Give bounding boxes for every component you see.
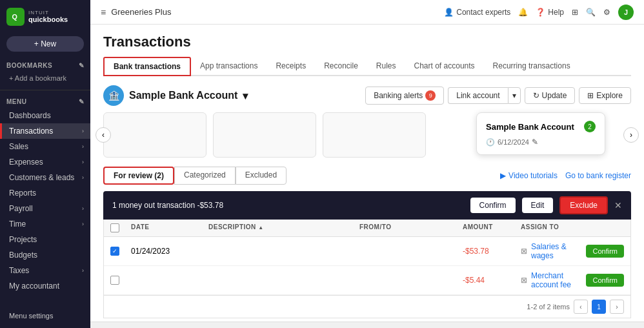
chevron-right-icon: › bbox=[82, 128, 84, 134]
select-all-checkbox[interactable] bbox=[110, 223, 119, 232]
search-icon[interactable]: 🔍 bbox=[586, 8, 596, 17]
action-bar-text: 1 money out transaction -$53.78 bbox=[112, 201, 464, 210]
banking-alerts-button[interactable]: Banking alerts 9 bbox=[365, 87, 444, 105]
sidebar-item-dashboards[interactable]: Dashboards bbox=[0, 108, 90, 123]
settings-icon[interactable]: ⚙ bbox=[603, 8, 610, 17]
sub-tab-categorized[interactable]: Categorized bbox=[174, 167, 236, 185]
apps-icon[interactable]: ⊞ bbox=[572, 8, 578, 17]
chevron-right-icon: › bbox=[82, 267, 84, 274]
exclude-button[interactable]: Exclude bbox=[559, 196, 608, 214]
table-row: -$5.44 ⊠ Merchant account fee Confirm bbox=[104, 266, 630, 295]
sidebar-item-reports[interactable]: Reports bbox=[0, 185, 90, 201]
confirm-button[interactable]: Confirm bbox=[470, 198, 516, 213]
row-2-checkbox[interactable] bbox=[110, 276, 119, 285]
video-tutorials-link[interactable]: ▶ Video tutorials bbox=[500, 171, 558, 180]
tab-receipts[interactable]: Receipts bbox=[267, 57, 315, 76]
bookmarks-header[interactable]: BOOKMARKS ✎ bbox=[0, 59, 90, 72]
logo-text: intuit quickbooks bbox=[28, 10, 68, 25]
new-button[interactable]: + New bbox=[6, 36, 84, 52]
sidebar-item-taxes[interactable]: Taxes › bbox=[0, 263, 90, 278]
user-avatar[interactable]: J bbox=[618, 5, 634, 20]
card-2[interactable] bbox=[213, 112, 316, 158]
tab-bank-transactions[interactable]: Bank transactions bbox=[103, 57, 191, 76]
card-1[interactable] bbox=[103, 112, 206, 158]
chevron-right-icon: › bbox=[82, 205, 84, 212]
edit-pencil-icon[interactable]: ✎ bbox=[532, 138, 538, 147]
sidebar-item-my-accountant[interactable]: My accountant bbox=[0, 278, 90, 294]
menu-section: MENU ✎ Dashboards Transactions › Sales ›… bbox=[0, 93, 90, 296]
svg-text:Q: Q bbox=[12, 13, 17, 21]
cards-next-arrow[interactable]: › bbox=[623, 127, 639, 143]
bank-popup-date: 🕐 6/12/2024 ✎ bbox=[486, 138, 596, 147]
sidebar: Q intuit quickbooks + New BOOKMARKS ✎ + … bbox=[0, 0, 90, 328]
card-3[interactable] bbox=[323, 112, 426, 158]
chevron-right-icon: › bbox=[82, 221, 84, 227]
bank-account-icon: 🏦 bbox=[103, 85, 124, 106]
pagination-prev-button[interactable]: ‹ bbox=[574, 300, 588, 314]
sidebar-item-budgets[interactable]: Budgets bbox=[0, 247, 90, 263]
explore-button[interactable]: ⊞ Explore bbox=[579, 87, 631, 104]
pagination-page-1-button[interactable]: 1 bbox=[592, 300, 606, 314]
edit-menu-icon[interactable]: ✎ bbox=[79, 98, 85, 105]
sidebar-item-sales[interactable]: Sales › bbox=[0, 139, 90, 154]
pagination-next-button[interactable]: › bbox=[610, 300, 624, 314]
row-1-assign-link[interactable]: Salaries & wages bbox=[531, 242, 582, 260]
sidebar-divider bbox=[0, 90, 90, 90]
assign-to-header: ASSIGN TO bbox=[521, 223, 624, 232]
notifications-icon[interactable]: 🔔 bbox=[518, 8, 528, 17]
sidebar-item-customers-leads[interactable]: Customers & leads › bbox=[0, 170, 90, 185]
bank-account-selector[interactable]: 🏦 Sample Bank Account ▾ bbox=[103, 85, 248, 106]
table-row: 01/24/2023 -$53.78 ⊠ Salaries & wages Co… bbox=[104, 237, 630, 266]
edit-button[interactable]: Edit bbox=[522, 198, 554, 213]
row-1-confirm-button[interactable]: Confirm bbox=[586, 245, 624, 258]
edit-bookmarks-icon[interactable]: ✎ bbox=[79, 62, 85, 69]
tab-recurring-transactions[interactable]: Recurring transactions bbox=[484, 57, 579, 76]
chevron-right-icon: › bbox=[82, 174, 84, 181]
description-header[interactable]: DESCRIPTION ▲ bbox=[208, 223, 359, 232]
chevron-right-icon: › bbox=[82, 159, 84, 165]
sub-tab-for-review[interactable]: For review (2) bbox=[103, 167, 174, 185]
row-2-assign-link[interactable]: Merchant account fee bbox=[531, 271, 582, 289]
explore-icon: ⊞ bbox=[587, 91, 594, 100]
tab-chart-of-accounts[interactable]: Chart of accounts bbox=[405, 57, 484, 76]
topbar: ≡ Greeneries Plus 👤 Contact experts 🔔 ❓ … bbox=[90, 0, 644, 25]
menu-header[interactable]: MENU ✎ bbox=[0, 96, 90, 108]
sidebar-item-menu-settings[interactable]: Menu settings bbox=[0, 309, 90, 323]
cards-prev-arrow[interactable]: ‹ bbox=[96, 127, 111, 143]
go-to-bank-register-link[interactable]: Go to bank register bbox=[565, 171, 631, 180]
close-action-bar-icon[interactable]: ✕ bbox=[614, 200, 622, 210]
bank-header: 🏦 Sample Bank Account ▾ Banking alerts 9… bbox=[103, 85, 631, 106]
tab-rules[interactable]: Rules bbox=[367, 57, 405, 76]
row-1-date: 01/24/2023 bbox=[131, 247, 208, 256]
row-1-checkbox[interactable] bbox=[110, 247, 119, 256]
date-header: DATE bbox=[131, 223, 208, 232]
sidebar-item-payroll[interactable]: Payroll › bbox=[0, 201, 90, 216]
sidebar-item-transactions[interactable]: Transactions › bbox=[0, 123, 90, 139]
sidebar-item-time[interactable]: Time › bbox=[0, 216, 90, 232]
sub-tab-excluded[interactable]: Excluded bbox=[236, 167, 287, 185]
tab-app-transactions[interactable]: App transactions bbox=[191, 57, 267, 76]
main-content: ≡ Greeneries Plus 👤 Contact experts 🔔 ❓ … bbox=[90, 0, 644, 328]
bank-actions: Banking alerts 9 Link account ▾ ↻ Update… bbox=[365, 87, 631, 105]
add-bookmark[interactable]: + Add a bookmark bbox=[0, 72, 90, 85]
sidebar-item-projects[interactable]: Projects bbox=[0, 232, 90, 247]
link-account-button[interactable]: Link account bbox=[448, 87, 507, 104]
horizontal-scrollbar[interactable] bbox=[90, 322, 644, 328]
contact-experts-button[interactable]: 👤 Contact experts bbox=[444, 8, 510, 17]
sub-tabs-left: For review (2) Categorized Excluded bbox=[103, 167, 287, 185]
row-2-confirm-button[interactable]: Confirm bbox=[586, 274, 624, 287]
tab-reconcile[interactable]: Reconcile bbox=[315, 57, 367, 76]
sidebar-item-expenses[interactable]: Expenses › bbox=[0, 154, 90, 170]
hamburger-menu-icon[interactable]: ≡ bbox=[101, 7, 106, 17]
bank-popup: Sample Bank Account 2 🕐 6/12/2024 ✎ bbox=[476, 112, 605, 155]
link-account-dropdown-button[interactable]: ▾ bbox=[508, 87, 521, 104]
quickbooks-logo-icon: Q bbox=[6, 8, 25, 26]
help-button[interactable]: ❓ Help bbox=[536, 8, 564, 17]
pagination: 1-2 of 2 items ‹ 1 › bbox=[104, 295, 630, 318]
sub-tabs: For review (2) Categorized Excluded ▶ Vi… bbox=[103, 167, 631, 185]
chevron-down-icon: ▾ bbox=[243, 90, 248, 102]
pagination-info: 1-2 of 2 items bbox=[527, 303, 570, 311]
update-button[interactable]: ↻ Update bbox=[525, 87, 576, 104]
alert-count-badge: 9 bbox=[425, 90, 436, 101]
transactions-table: DATE DESCRIPTION ▲ FROM/TO AMOUNT ASSIGN… bbox=[103, 220, 631, 318]
